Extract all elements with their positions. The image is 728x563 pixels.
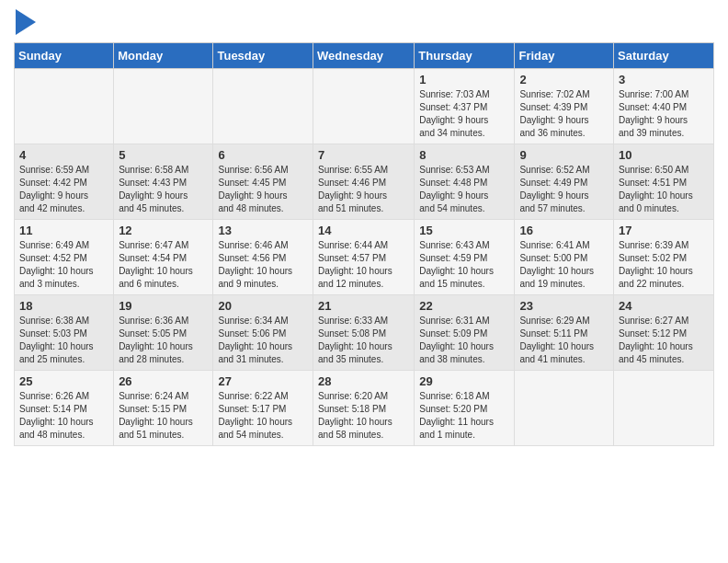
day-number: 4: [19, 148, 108, 162]
calendar-cell: 2Sunrise: 7:02 AM Sunset: 4:39 PM Daylig…: [515, 69, 614, 144]
calendar-cell: 12Sunrise: 6:47 AM Sunset: 4:54 PM Dayli…: [114, 220, 213, 295]
header-row: SundayMondayTuesdayWednesdayThursdayFrid…: [15, 43, 714, 69]
day-number: 17: [619, 224, 709, 237]
day-number: 22: [419, 299, 509, 313]
day-number: 10: [619, 148, 709, 162]
day-info: Sunrise: 6:31 AM Sunset: 5:09 PM Dayligh…: [419, 315, 509, 366]
calendar-cell: 21Sunrise: 6:33 AM Sunset: 5:08 PM Dayli…: [313, 295, 415, 371]
day-info: Sunrise: 6:52 AM Sunset: 4:49 PM Dayligh…: [519, 164, 609, 215]
day-info: Sunrise: 6:29 AM Sunset: 5:11 PM Dayligh…: [519, 315, 609, 366]
calendar-cell: [15, 69, 114, 144]
day-number: 2: [519, 73, 609, 86]
day-number: 24: [619, 299, 709, 313]
calendar-cell: 10Sunrise: 6:50 AM Sunset: 4:51 PM Dayli…: [614, 144, 714, 220]
page-container: SundayMondayTuesdayWednesdayThursdayFrid…: [0, 0, 728, 455]
day-info: Sunrise: 7:02 AM Sunset: 4:39 PM Dayligh…: [519, 88, 609, 140]
col-header-friday: Friday: [515, 43, 614, 69]
week-row-2: 4Sunrise: 6:59 AM Sunset: 4:42 PM Daylig…: [15, 144, 714, 220]
day-info: Sunrise: 6:24 AM Sunset: 5:15 PM Dayligh…: [119, 390, 208, 442]
day-number: 25: [19, 374, 108, 388]
calendar-cell: 23Sunrise: 6:29 AM Sunset: 5:11 PM Dayli…: [515, 295, 614, 371]
day-info: Sunrise: 6:58 AM Sunset: 4:43 PM Dayligh…: [119, 164, 208, 215]
day-number: 26: [119, 374, 208, 388]
col-header-sunday: Sunday: [15, 43, 114, 69]
logo-arrow-icon: [16, 9, 36, 35]
day-info: Sunrise: 6:49 AM Sunset: 4:52 PM Dayligh…: [19, 239, 108, 291]
calendar-cell: [213, 69, 313, 144]
calendar-cell: 5Sunrise: 6:58 AM Sunset: 4:43 PM Daylig…: [114, 144, 213, 220]
calendar-cell: 3Sunrise: 7:00 AM Sunset: 4:40 PM Daylig…: [614, 69, 714, 144]
day-info: Sunrise: 6:20 AM Sunset: 5:18 PM Dayligh…: [318, 390, 409, 442]
calendar-cell: 18Sunrise: 6:38 AM Sunset: 5:03 PM Dayli…: [15, 295, 114, 371]
calendar-cell: 7Sunrise: 6:55 AM Sunset: 4:46 PM Daylig…: [313, 144, 415, 220]
day-number: 18: [19, 299, 108, 313]
day-number: 21: [318, 299, 409, 313]
day-number: 5: [119, 148, 208, 162]
calendar-cell: [114, 69, 213, 144]
day-info: Sunrise: 6:41 AM Sunset: 5:00 PM Dayligh…: [519, 239, 609, 291]
day-info: Sunrise: 6:44 AM Sunset: 4:57 PM Dayligh…: [318, 239, 409, 291]
calendar-cell: 27Sunrise: 6:22 AM Sunset: 5:17 PM Dayli…: [213, 371, 313, 446]
calendar-cell: 1Sunrise: 7:03 AM Sunset: 4:37 PM Daylig…: [415, 69, 515, 144]
calendar-cell: [515, 371, 614, 446]
logo: [14, 9, 36, 35]
week-row-5: 25Sunrise: 6:26 AM Sunset: 5:14 PM Dayli…: [15, 371, 714, 446]
day-number: 11: [19, 224, 108, 237]
day-number: 29: [419, 374, 509, 388]
calendar-cell: 8Sunrise: 6:53 AM Sunset: 4:48 PM Daylig…: [415, 144, 515, 220]
calendar-cell: [313, 69, 415, 144]
calendar-table: SundayMondayTuesdayWednesdayThursdayFrid…: [14, 42, 714, 446]
day-number: 16: [519, 224, 609, 237]
day-number: 28: [318, 374, 409, 388]
calendar-cell: [614, 371, 714, 446]
day-number: 12: [119, 224, 208, 237]
day-info: Sunrise: 6:39 AM Sunset: 5:02 PM Dayligh…: [619, 239, 709, 291]
header: [14, 9, 714, 35]
calendar-cell: 11Sunrise: 6:49 AM Sunset: 4:52 PM Dayli…: [15, 220, 114, 295]
day-number: 6: [218, 148, 308, 162]
day-info: Sunrise: 6:47 AM Sunset: 4:54 PM Dayligh…: [119, 239, 208, 291]
day-info: Sunrise: 6:56 AM Sunset: 4:45 PM Dayligh…: [218, 164, 308, 215]
calendar-cell: 28Sunrise: 6:20 AM Sunset: 5:18 PM Dayli…: [313, 371, 415, 446]
day-number: 7: [318, 148, 409, 162]
calendar-cell: 26Sunrise: 6:24 AM Sunset: 5:15 PM Dayli…: [114, 371, 213, 446]
day-number: 27: [218, 374, 308, 388]
day-number: 13: [218, 224, 308, 237]
day-number: 15: [419, 224, 509, 237]
day-number: 8: [419, 148, 509, 162]
day-info: Sunrise: 6:43 AM Sunset: 4:59 PM Dayligh…: [419, 239, 509, 291]
day-info: Sunrise: 6:59 AM Sunset: 4:42 PM Dayligh…: [19, 164, 108, 215]
calendar-cell: 17Sunrise: 6:39 AM Sunset: 5:02 PM Dayli…: [614, 220, 714, 295]
day-number: 9: [519, 148, 609, 162]
calendar-cell: 24Sunrise: 6:27 AM Sunset: 5:12 PM Dayli…: [614, 295, 714, 371]
col-header-tuesday: Tuesday: [213, 43, 313, 69]
calendar-cell: 22Sunrise: 6:31 AM Sunset: 5:09 PM Dayli…: [415, 295, 515, 371]
day-info: Sunrise: 6:27 AM Sunset: 5:12 PM Dayligh…: [619, 315, 709, 366]
day-info: Sunrise: 6:22 AM Sunset: 5:17 PM Dayligh…: [218, 390, 308, 442]
day-info: Sunrise: 6:46 AM Sunset: 4:56 PM Dayligh…: [218, 239, 308, 291]
calendar-cell: 16Sunrise: 6:41 AM Sunset: 5:00 PM Dayli…: [515, 220, 614, 295]
week-row-1: 1Sunrise: 7:03 AM Sunset: 4:37 PM Daylig…: [15, 69, 714, 144]
calendar-cell: 19Sunrise: 6:36 AM Sunset: 5:05 PM Dayli…: [114, 295, 213, 371]
col-header-monday: Monday: [114, 43, 213, 69]
calendar-cell: 4Sunrise: 6:59 AM Sunset: 4:42 PM Daylig…: [15, 144, 114, 220]
svg-marker-0: [16, 9, 36, 35]
calendar-cell: 6Sunrise: 6:56 AM Sunset: 4:45 PM Daylig…: [213, 144, 313, 220]
day-info: Sunrise: 6:26 AM Sunset: 5:14 PM Dayligh…: [19, 390, 108, 442]
calendar-cell: 15Sunrise: 6:43 AM Sunset: 4:59 PM Dayli…: [415, 220, 515, 295]
day-number: 1: [419, 73, 509, 86]
calendar-cell: 25Sunrise: 6:26 AM Sunset: 5:14 PM Dayli…: [15, 371, 114, 446]
calendar-cell: 9Sunrise: 6:52 AM Sunset: 4:49 PM Daylig…: [515, 144, 614, 220]
day-number: 14: [318, 224, 409, 237]
week-row-4: 18Sunrise: 6:38 AM Sunset: 5:03 PM Dayli…: [15, 295, 714, 371]
day-info: Sunrise: 7:03 AM Sunset: 4:37 PM Dayligh…: [419, 88, 509, 140]
day-info: Sunrise: 7:00 AM Sunset: 4:40 PM Dayligh…: [619, 88, 709, 140]
day-number: 19: [119, 299, 208, 313]
calendar-cell: 14Sunrise: 6:44 AM Sunset: 4:57 PM Dayli…: [313, 220, 415, 295]
col-header-wednesday: Wednesday: [313, 43, 415, 69]
day-number: 23: [519, 299, 609, 313]
col-header-thursday: Thursday: [415, 43, 515, 69]
day-info: Sunrise: 6:50 AM Sunset: 4:51 PM Dayligh…: [619, 164, 709, 215]
day-info: Sunrise: 6:33 AM Sunset: 5:08 PM Dayligh…: [318, 315, 409, 366]
day-number: 20: [218, 299, 308, 313]
